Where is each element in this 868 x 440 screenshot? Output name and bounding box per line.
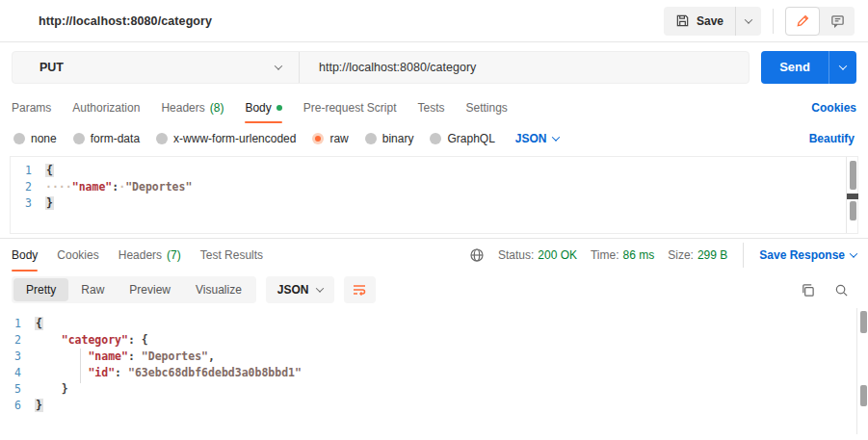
chevron-down-icon [745,15,752,23]
code-line: 3 "name": "Deportes", [0,349,868,365]
divider [743,243,744,268]
line-number: 1 [11,163,45,179]
radio-icon [156,133,168,144]
request-editor-scrollbar[interactable] [846,157,857,233]
scrollbar-thumb[interactable] [860,311,867,333]
response-meta: Status: 200 OK Time: 86 ms Size: 299 B S… [469,239,856,272]
tab-headers[interactable]: Headers (8) [161,91,224,123]
request-tabs: Params Authorization Headers (8) Body Pr… [0,91,868,123]
view-preview[interactable]: Preview [117,278,183,301]
radio-none[interactable]: none [13,132,57,145]
time-badge: Time: 86 ms [591,248,654,262]
response-body-code: 1{2 "category": {3 "name": "Deportes",4 … [0,316,868,414]
save-button[interactable]: Save [664,7,735,36]
comment-button[interactable] [820,7,855,36]
response-tab-test-results[interactable]: Test Results [200,239,263,272]
line-number: 6 [0,398,35,414]
code-line: 6} [0,398,868,414]
radio-icon [73,133,85,144]
edit-comment-group [785,7,855,36]
tab-pre-request-script[interactable]: Pre-request Script [303,91,397,123]
scrollbar-thumb[interactable] [850,201,856,220]
radio-raw[interactable]: raw [312,132,348,145]
method-label: PUT [39,61,64,74]
send-options-button[interactable] [829,51,856,84]
copy-button[interactable] [801,283,815,298]
response-tabs: Body Cookies Headers (7) Test Results St… [0,239,868,272]
text-wrap-icon [352,282,367,298]
response-tab-body[interactable]: Body [12,239,38,272]
save-options-button[interactable] [735,7,761,36]
chevron-down-icon [839,62,847,69]
pencil-icon [796,13,810,28]
radio-icon [430,133,441,144]
response-body-editor: 1{2 "category": {3 "name": "Deportes",4 … [0,308,868,440]
chevron-down-icon [850,249,857,257]
line-number: 4 [0,365,35,381]
edit-button[interactable] [785,7,820,36]
headers-count-badge: (8) [210,101,224,115]
method-selector[interactable]: PUT [13,52,300,83]
response-tab-headers[interactable]: Headers (7) [118,239,181,272]
code-line: 1{ [11,163,857,179]
tab-body[interactable]: Body [245,91,281,123]
wrap-lines-button[interactable] [344,276,376,303]
code-line: 4 "id": "63ebc68dbf6debd3a0b8bbd1" [0,365,868,381]
line-number: 3 [11,195,45,212]
view-visualize[interactable]: Visualize [183,278,254,301]
size-badge: Size: 299 B [668,248,727,262]
view-pretty[interactable]: Pretty [13,278,68,301]
line-number: 2 [11,179,45,195]
indent-guide [80,349,81,383]
scrollbar-marker [847,194,858,199]
request-body-code[interactable]: 1{2····"name":·"Deportes"3} [11,163,857,212]
radio-graphql[interactable]: GraphQL [430,132,494,145]
response-tab-cookies[interactable]: Cookies [57,239,98,272]
response-editor-scrollbar[interactable] [856,308,868,434]
send-button[interactable]: Send [761,51,829,84]
radio-selected-icon [312,133,324,144]
request-title: http://localhost:8080/category [39,14,212,28]
chevron-down-icon [551,133,559,141]
response-language-dropdown[interactable]: JSON [266,276,334,303]
code-line: 1{ [0,316,868,332]
request-title-bar: http://localhost:8080/category Save [0,0,868,42]
language-dropdown[interactable]: JSON [515,132,559,145]
status-badge: Status: 200 OK [498,248,577,262]
url-input[interactable]: http://localhost:8080/category [300,52,749,83]
cookies-link[interactable]: Cookies [811,101,856,115]
line-number: 1 [0,316,35,332]
radio-icon [13,133,25,144]
beautify-link[interactable]: Beautify [809,132,855,145]
scrollbar-thumb[interactable] [850,161,856,190]
body-type-selector: none form-data x-www-form-urlencoded raw… [0,123,868,154]
save-button-label: Save [697,14,723,28]
radio-x-www-form-urlencoded[interactable]: x-www-form-urlencoded [156,132,296,145]
save-icon [675,13,690,28]
globe-icon [469,247,485,263]
search-button[interactable] [834,283,849,298]
tab-settings[interactable]: Settings [466,91,508,123]
view-raw[interactable]: Raw [68,278,117,301]
request-url-bar: PUT http://localhost:8080/category Send [0,42,868,91]
send-button-group: Send [761,51,856,84]
chevron-down-icon [315,284,323,292]
code-line: 2····"name":·"Deportes" [11,179,857,195]
tab-params[interactable]: Params [12,91,51,123]
scrollbar-thumb[interactable] [860,385,867,406]
line-number: 3 [0,349,35,365]
comment-icon [830,13,845,28]
code-line: 5 } [0,381,868,398]
request-body-editor[interactable]: 1{2····"name":·"Deportes"3} [10,156,858,234]
response-headers-count-badge: (7) [167,248,181,262]
code-line: 3} [11,195,857,212]
line-number: 5 [0,381,35,398]
tab-authorization[interactable]: Authorization [72,91,140,123]
view-mode-group: Pretty Raw Preview Visualize [12,276,256,303]
response-view-controls: Pretty Raw Preview Visualize JSON [0,272,868,308]
divider [773,9,774,34]
radio-binary[interactable]: binary [365,132,414,145]
save-response-button[interactable]: Save Response [759,248,856,262]
tab-tests[interactable]: Tests [417,91,444,123]
radio-form-data[interactable]: form-data [73,132,140,145]
